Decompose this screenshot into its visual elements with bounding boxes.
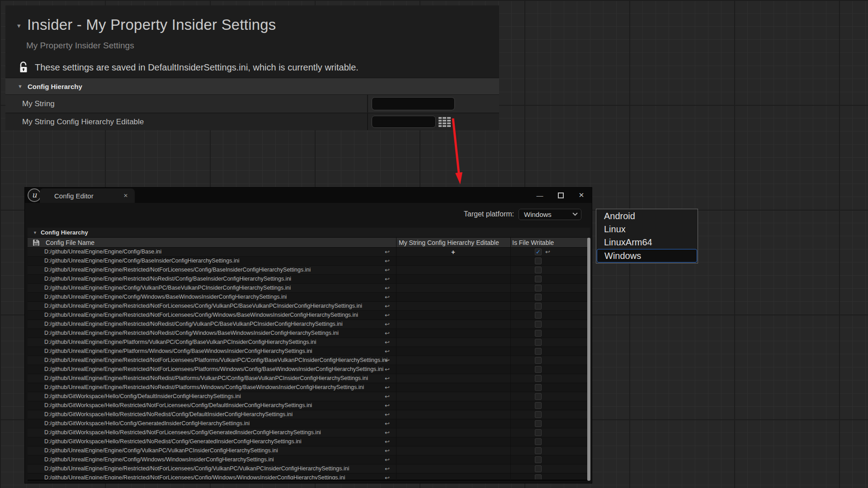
maximize-button[interactable] bbox=[550, 188, 571, 203]
writable-checkbox[interactable] bbox=[535, 276, 542, 282]
writable-checkbox[interactable] bbox=[535, 348, 542, 355]
writable-checkbox[interactable] bbox=[535, 447, 542, 454]
reset-to-default-icon[interactable]: ↩ bbox=[385, 275, 390, 283]
table-row[interactable]: D:/github/GitWorkspace/Hello/Config/Defa… bbox=[28, 392, 590, 401]
list-section-header[interactable]: ▼ Config Hierarchy bbox=[28, 228, 590, 237]
writable-checkbox[interactable] bbox=[535, 321, 542, 328]
reset-to-default-icon[interactable]: ↩ bbox=[385, 410, 390, 419]
reset-to-default-icon[interactable]: ↩ bbox=[385, 365, 390, 374]
reset-to-default-icon[interactable]: ↩ bbox=[385, 419, 390, 428]
reset-to-default-icon[interactable]: ↩ bbox=[385, 401, 390, 410]
table-row[interactable]: D:/github/UnrealEngine/Engine/Config/Win… bbox=[28, 293, 590, 302]
reset-to-default-icon[interactable]: ↩ bbox=[385, 383, 390, 392]
reset-to-default-icon[interactable]: ↩ bbox=[385, 465, 390, 473]
table-row[interactable]: D:/github/UnrealEngine/Engine/Restricted… bbox=[28, 302, 590, 311]
reset-to-default-icon[interactable]: ↩ bbox=[545, 248, 550, 256]
writable-checkbox[interactable] bbox=[535, 366, 542, 373]
vertical-scrollbar[interactable] bbox=[587, 238, 590, 481]
column-header-my-string[interactable]: My String Config Hierarchy Editable bbox=[399, 238, 499, 248]
table-row[interactable]: D:/github/UnrealEngine/Engine/Config/Bas… bbox=[28, 257, 590, 266]
tab-config-editor[interactable]: Config Editor ✕ bbox=[40, 188, 135, 203]
table-row[interactable]: D:/github/GitWorkspace/Hello/Config/Gene… bbox=[28, 419, 590, 428]
table-row[interactable]: D:/github/UnrealEngine/Engine/Restricted… bbox=[28, 365, 590, 374]
window-titlebar[interactable]: u Config Editor ✕ — ✕ bbox=[25, 188, 592, 203]
table-row[interactable]: D:/github/UnrealEngine/Engine/Restricted… bbox=[28, 266, 590, 275]
writable-checkbox[interactable] bbox=[535, 312, 542, 319]
reset-to-default-icon[interactable]: ↩ bbox=[385, 392, 390, 401]
section-collapse-icon[interactable]: ▼ bbox=[18, 84, 23, 89]
reset-to-default-icon[interactable]: ↩ bbox=[385, 338, 390, 347]
open-config-editor-button[interactable] bbox=[438, 116, 451, 128]
writable-checkbox[interactable] bbox=[535, 429, 542, 436]
table-row[interactable]: D:/github/UnrealEngine/Engine/Restricted… bbox=[28, 356, 590, 365]
writable-checkbox[interactable] bbox=[535, 330, 542, 337]
platform-option-linuxarm64[interactable]: LinuxArm64 bbox=[596, 236, 698, 249]
writable-checkbox[interactable] bbox=[535, 267, 542, 273]
reset-to-default-icon[interactable]: ↩ bbox=[385, 428, 390, 437]
reset-to-default-icon[interactable]: ↩ bbox=[385, 257, 390, 265]
reset-to-default-icon[interactable]: ↩ bbox=[385, 356, 390, 365]
writable-checkbox[interactable] bbox=[535, 375, 542, 382]
table-row[interactable]: D:/github/GitWorkspace/Hello/Restricted/… bbox=[28, 428, 590, 437]
table-row[interactable]: D:/github/UnrealEngine/Engine/Restricted… bbox=[28, 329, 590, 338]
table-row[interactable]: D:/github/GitWorkspace/Hello/Restricted/… bbox=[28, 401, 590, 410]
table-row[interactable]: D:/github/UnrealEngine/Engine/Restricted… bbox=[28, 465, 590, 474]
table-row[interactable]: D:/github/UnrealEngine/Engine/Config/Vul… bbox=[28, 446, 590, 455]
add-element-button[interactable]: + bbox=[396, 248, 510, 256]
my-string-input[interactable] bbox=[372, 97, 455, 110]
table-row[interactable]: D:/github/UnrealEngine/Engine/Config/Bas… bbox=[28, 248, 590, 257]
platform-option-linux[interactable]: Linux bbox=[596, 223, 698, 236]
my-string-config-hierarchy-editable-input[interactable] bbox=[372, 116, 436, 128]
writable-checkbox[interactable] bbox=[535, 258, 542, 264]
table-row[interactable]: D:/github/GitWorkspace/Hello/Restricted/… bbox=[28, 410, 590, 419]
section-header-config-hierarchy[interactable]: ▼ Config Hierarchy bbox=[5, 78, 499, 94]
writable-checkbox[interactable]: ✓ bbox=[535, 249, 542, 255]
reset-to-default-icon[interactable]: ↩ bbox=[385, 302, 390, 310]
table-row[interactable]: D:/github/GitWorkspace/Hello/Restricted/… bbox=[28, 437, 590, 446]
minimize-button[interactable]: — bbox=[529, 188, 550, 203]
reset-to-default-icon[interactable]: ↩ bbox=[385, 320, 390, 328]
reset-to-default-icon[interactable]: ↩ bbox=[385, 437, 390, 446]
writable-checkbox[interactable] bbox=[535, 303, 542, 310]
table-row[interactable]: D:/github/UnrealEngine/Engine/Restricted… bbox=[28, 320, 590, 329]
tab-close-icon[interactable]: ✕ bbox=[123, 192, 128, 199]
platform-option-android[interactable]: Android bbox=[596, 210, 698, 223]
collapse-arrow-icon[interactable]: ▾ bbox=[17, 22, 21, 30]
table-row[interactable]: D:/github/UnrealEngine/Engine/Config/Win… bbox=[28, 455, 590, 465]
table-row[interactable]: D:/github/UnrealEngine/Engine/Restricted… bbox=[28, 275, 590, 284]
writable-checkbox[interactable] bbox=[535, 420, 542, 427]
table-row[interactable]: D:/github/UnrealEngine/Engine/Config/Vul… bbox=[28, 284, 590, 293]
column-header-config-file-name[interactable]: Config File Name bbox=[46, 238, 94, 248]
target-platform-combobox[interactable]: Windows bbox=[519, 209, 581, 220]
table-row[interactable]: D:/github/UnrealEngine/Engine/Restricted… bbox=[28, 383, 590, 392]
reset-to-default-icon[interactable]: ↩ bbox=[385, 347, 390, 356]
writable-checkbox[interactable] bbox=[535, 393, 542, 400]
writable-checkbox[interactable] bbox=[535, 339, 542, 346]
reset-to-default-icon[interactable]: ↩ bbox=[385, 248, 390, 256]
writable-checkbox[interactable] bbox=[535, 402, 542, 409]
table-row[interactable]: D:/github/UnrealEngine/Engine/Platforms/… bbox=[28, 347, 590, 356]
column-header-is-file-writable[interactable]: Is File Writable bbox=[512, 238, 554, 248]
writable-checkbox[interactable] bbox=[535, 357, 542, 364]
platform-option-windows[interactable]: Windows bbox=[597, 249, 697, 263]
writable-checkbox[interactable] bbox=[535, 438, 542, 445]
table-row[interactable]: D:/github/UnrealEngine/Engine/Restricted… bbox=[28, 311, 590, 320]
writable-checkbox[interactable] bbox=[535, 384, 542, 391]
writable-checkbox[interactable] bbox=[535, 285, 542, 291]
table-row[interactable]: D:/github/UnrealEngine/Engine/Restricted… bbox=[28, 474, 590, 483]
reset-to-default-icon[interactable]: ↩ bbox=[385, 446, 390, 455]
writable-checkbox[interactable] bbox=[535, 294, 542, 300]
reset-to-default-icon[interactable]: ↩ bbox=[385, 374, 390, 383]
reset-to-default-icon[interactable]: ↩ bbox=[385, 311, 390, 319]
writable-checkbox[interactable] bbox=[535, 411, 542, 418]
writable-checkbox[interactable] bbox=[535, 456, 542, 463]
close-button[interactable]: ✕ bbox=[571, 188, 592, 203]
reset-to-default-icon[interactable]: ↩ bbox=[385, 284, 390, 292]
writable-checkbox[interactable] bbox=[535, 465, 542, 472]
table-row[interactable]: D:/github/UnrealEngine/Engine/Platforms/… bbox=[28, 338, 590, 347]
table-row[interactable]: D:/github/UnrealEngine/Engine/Restricted… bbox=[28, 374, 590, 383]
reset-to-default-icon[interactable]: ↩ bbox=[385, 455, 390, 464]
section-collapse-icon[interactable]: ▼ bbox=[33, 230, 37, 235]
reset-to-default-icon[interactable]: ↩ bbox=[385, 329, 390, 338]
reset-to-default-icon[interactable]: ↩ bbox=[385, 266, 390, 274]
